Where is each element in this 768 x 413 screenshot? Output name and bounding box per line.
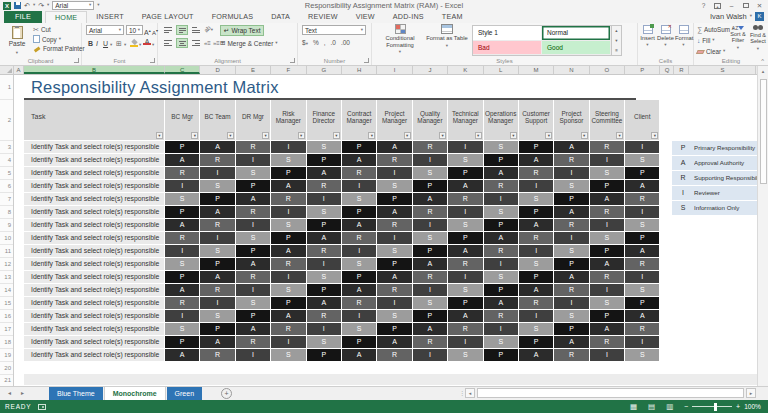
matrix-cell[interactable]: A <box>377 206 411 218</box>
horizontal-scroll-thumb[interactable] <box>477 388 744 398</box>
matrix-cell[interactable]: R <box>590 336 624 348</box>
task-cell[interactable]: Identify Task and select role(s) respons… <box>24 167 164 179</box>
matrix-cell[interactable]: A <box>236 258 270 270</box>
clear-button[interactable]: Clear ▾ <box>697 47 725 56</box>
matrix-cell[interactable]: R <box>625 323 659 335</box>
filter-dropdown-icon[interactable]: ▾ <box>581 132 588 139</box>
matrix-cell[interactable]: I <box>448 206 482 218</box>
matrix-cell[interactable]: R <box>377 154 411 166</box>
matrix-cell[interactable]: R <box>448 258 482 270</box>
matrix-cell[interactable]: S <box>448 349 482 361</box>
fill-button[interactable]: ↓ Fill ▾ <box>697 36 715 45</box>
alignment-dialog-launcher-icon[interactable] <box>290 58 295 63</box>
gallery-scroll-strip[interactable]: ▴ ▾ ≡ <box>612 25 622 56</box>
matrix-cell[interactable]: I <box>200 232 234 244</box>
matrix-cell[interactable]: R <box>236 271 270 283</box>
matrix-cell[interactable]: P <box>590 180 624 192</box>
matrix-cell[interactable]: A <box>625 180 659 192</box>
matrix-cell[interactable]: I <box>165 245 199 257</box>
matrix-cell[interactable]: P <box>200 258 234 270</box>
matrix-cell[interactable]: A <box>554 271 588 283</box>
row-header-1[interactable]: 1 <box>0 75 13 100</box>
style-style1[interactable]: Style 1 <box>473 26 542 41</box>
matrix-cell[interactable]: S <box>236 167 270 179</box>
matrix-cell[interactable]: S <box>165 258 199 270</box>
matrix-cell[interactable]: S <box>413 297 447 309</box>
matrix-cell[interactable]: I <box>236 219 270 231</box>
matrix-cell[interactable]: P <box>625 297 659 309</box>
matrix-cell[interactable]: P <box>377 323 411 335</box>
matrix-cell[interactable]: S <box>484 206 518 218</box>
matrix-cell[interactable]: A <box>554 141 588 153</box>
matrix-cell[interactable]: A <box>554 206 588 218</box>
matrix-cell[interactable]: S <box>342 193 376 205</box>
column-header-C[interactable]: C <box>165 66 200 74</box>
task-cell[interactable]: Identify Task and select role(s) respons… <box>24 349 164 361</box>
matrix-cell[interactable]: A <box>342 154 376 166</box>
matrix-cell[interactable]: P <box>484 349 518 361</box>
matrix-cell[interactable]: P <box>554 258 588 270</box>
increase-indent-icon[interactable]: »≡ <box>213 40 220 46</box>
row-header-7[interactable]: 7 <box>0 193 13 206</box>
filter-dropdown-icon[interactable]: ▾ <box>156 132 163 139</box>
matrix-cell[interactable]: S <box>307 141 341 153</box>
matrix-cell[interactable]: I <box>590 219 624 231</box>
matrix-cell[interactable]: S <box>448 284 482 296</box>
cut-button[interactable]: ✂ Cut <box>33 25 85 35</box>
format-as-table-button[interactable]: Format as Table ▾ <box>426 24 468 48</box>
row-header-15[interactable]: 15 <box>0 297 13 310</box>
matrix-cell[interactable]: A <box>307 297 341 309</box>
matrix-cell[interactable]: I <box>625 206 659 218</box>
matrix-cell[interactable]: A <box>590 193 624 205</box>
matrix-cell[interactable]: R <box>413 271 447 283</box>
matrix-cell[interactable]: A <box>413 258 447 270</box>
matrix-cell[interactable]: P <box>377 258 411 270</box>
ribbon-display-options-icon[interactable]: ▴ <box>711 1 724 10</box>
matrix-cell[interactable]: S <box>448 154 482 166</box>
matrix-cell[interactable]: I <box>271 271 305 283</box>
matrix-cell[interactable]: A <box>625 245 659 257</box>
task-cell[interactable]: Identify Task and select role(s) respons… <box>24 154 164 166</box>
matrix-cell[interactable]: P <box>448 167 482 179</box>
restore-icon[interactable] <box>739 1 752 10</box>
matrix-cell[interactable]: I <box>554 297 588 309</box>
matrix-cell[interactable]: P <box>200 193 234 205</box>
collapse-ribbon-icon[interactable]: ^ <box>761 58 764 64</box>
task-cell[interactable]: Identify Task and select role(s) respons… <box>24 258 164 270</box>
center-icon[interactable] <box>176 38 188 48</box>
filter-dropdown-icon[interactable]: ▾ <box>510 132 517 139</box>
matrix-cell[interactable]: A <box>165 219 199 231</box>
matrix-cell[interactable]: R <box>413 336 447 348</box>
ribbon-tab-review[interactable]: REVIEW <box>299 11 347 23</box>
matrix-cell[interactable]: S <box>625 219 659 231</box>
ribbon-tab-home[interactable]: HOME <box>45 11 87 23</box>
top-align-icon[interactable] <box>162 25 174 35</box>
wrap-text-button[interactable]: ↵ Wrap Text <box>220 25 264 36</box>
matrix-cell[interactable]: I <box>484 323 518 335</box>
account-area[interactable]: Ivan Walsh ▾ K <box>710 12 764 21</box>
accounting-format-icon[interactable]: $▾ <box>302 39 308 47</box>
percent-style-icon[interactable]: % <box>313 39 319 46</box>
page-break-view-icon[interactable]: ▥ <box>666 400 673 413</box>
matrix-cell[interactable]: R <box>271 323 305 335</box>
matrix-cell[interactable]: P <box>484 219 518 231</box>
matrix-cell[interactable]: P <box>307 154 341 166</box>
row-header-10[interactable]: 10 <box>0 232 13 245</box>
column-header-E[interactable]: E <box>236 66 271 74</box>
column-header-P[interactable]: P <box>625 66 660 74</box>
sheet-tab-blue-theme[interactable]: Blue Theme <box>49 387 103 400</box>
zoom-slider-thumb[interactable] <box>714 403 717 411</box>
row-header-14[interactable]: 14 <box>0 284 13 297</box>
matrix-cell[interactable]: P <box>413 180 447 192</box>
matrix-cell[interactable]: R <box>484 310 518 322</box>
matrix-cell[interactable]: S <box>236 232 270 244</box>
task-cell[interactable]: Identify Task and select role(s) respons… <box>24 141 164 153</box>
matrix-cell[interactable]: A <box>519 349 553 361</box>
matrix-cell[interactable]: S <box>200 245 234 257</box>
filter-dropdown-icon[interactable]: ▾ <box>262 132 269 139</box>
row-header-11[interactable]: 11 <box>0 245 13 258</box>
save-icon[interactable] <box>14 2 21 9</box>
format-button[interactable]: Format ▾ <box>675 25 692 48</box>
matrix-cell[interactable]: A <box>271 180 305 192</box>
matrix-cell[interactable]: I <box>519 245 553 257</box>
